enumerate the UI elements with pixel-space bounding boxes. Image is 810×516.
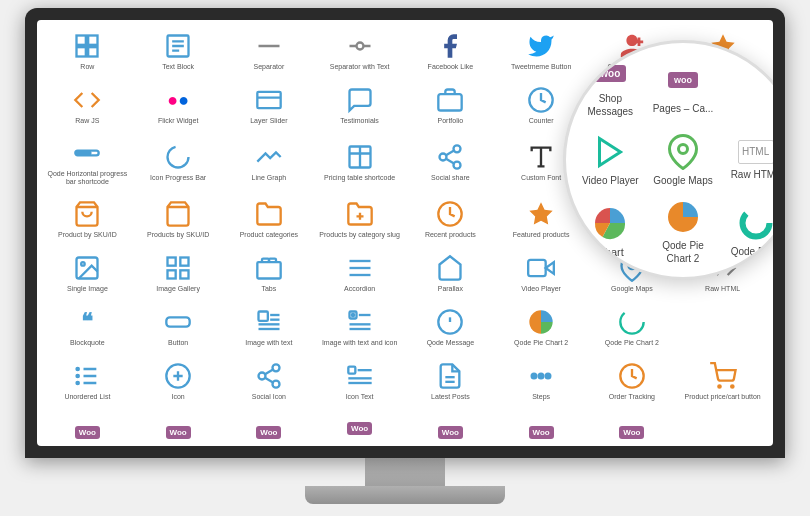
widget-separator[interactable]: Separator [225,26,314,78]
widget-facebook[interactable]: Facebook Like [406,26,495,78]
widget-label: Recent products [425,231,476,239]
widget-blockquote[interactable]: ❝ Blockquote [43,302,132,354]
widget-icon-el[interactable]: Icon [134,356,223,408]
widget-pie-chart-r6[interactable]: Qode Pie Chart 2 [497,302,586,354]
widget-steps[interactable]: Steps [497,356,586,408]
widget-products-sku[interactable]: Products by SKU/ID [134,194,223,246]
widget-layer-slider[interactable]: Layer Slider [225,80,314,132]
mag-google-maps[interactable]: Google Maps [649,128,718,193]
svg-point-100 [742,210,769,237]
svg-rect-1 [89,36,98,45]
widget-video-r5[interactable]: Video Player [497,248,586,300]
widget-product-cat[interactable]: Product categories [225,194,314,246]
widget-separator-text[interactable]: Separator with Text [315,26,404,78]
widget-label: Testimonials [340,117,379,125]
svg-rect-86 [348,367,355,374]
widget-unordered-list[interactable]: Unordered List [43,356,132,408]
widget-recent-products[interactable]: Recent products [406,194,495,246]
widget-label: Separator [254,63,285,71]
widget-parallax[interactable]: Parallax [406,248,495,300]
widget-label: Video Player [521,285,561,293]
mag-raw-html[interactable]: HTML Raw HTML [721,128,773,193]
svg-rect-58 [258,312,267,321]
svg-point-11 [356,43,363,50]
widget-portfolio[interactable]: Portfolio [406,80,495,132]
widget-accordion[interactable]: Accordion [315,248,404,300]
widget-label: Layer Slider [250,117,287,125]
widget-label: Social Icon [252,393,286,401]
mag-qode-pie-chart2[interactable]: Qode Pie Chart 2 [649,197,718,268]
widget-tabs[interactable]: Tabs [225,248,314,300]
widget-label: Blockquote [70,339,105,347]
mag-pages-ca[interactable]: woo Pages – Ca... [649,53,718,124]
widget-line-graph[interactable]: Line Graph [225,134,314,192]
svg-marker-54 [546,262,554,274]
widget-image-text-icon[interactable]: Image with text and icon [315,302,404,354]
widget-icon-progress[interactable]: Icon Progress Bar [134,134,223,192]
svg-rect-49 [168,270,176,278]
svg-rect-12 [257,92,280,108]
widget-flickr[interactable]: ●● Flickr Widget [134,80,223,132]
svg-point-82 [258,373,265,380]
svg-point-96 [718,385,720,387]
mag-video-player[interactable]: Video Player [576,128,645,193]
svg-point-97 [731,385,733,387]
widget-qode-message[interactable]: Qode Message [406,302,495,354]
widget-icon-text[interactable]: Icon Text [315,356,404,408]
widget-label: Social share [431,174,470,182]
widget-label: Text Block [162,63,194,71]
widget-order-tracking[interactable]: Order Tracking [588,356,677,408]
widget-page-checkout[interactable]: Woo Pages - Checkout [43,410,132,446]
widget-products-slug[interactable]: Products by category slug [315,194,404,246]
widget-social-share[interactable]: Social share [406,134,495,192]
widget-pie-chart-r6b[interactable]: Qode Pie Chart 2 [588,302,677,354]
widget-label: Raw HTML [705,285,740,293]
svg-point-93 [539,374,544,379]
widget-latest-posts[interactable]: Latest Posts [406,356,495,408]
svg-point-99 [678,144,687,153]
widget-label: Products by SKU/ID [147,231,209,239]
widget-label: Image Gallery [156,285,200,293]
widget-testimonials[interactable]: Testimonials [315,80,404,132]
widget-label: Product categories [240,231,298,239]
widget-label: Icon Progress Bar [150,174,206,182]
magnify-grid: woo Shop Messages woo Pages – Ca... [566,43,773,277]
monitor-stand-base [305,486,505,504]
widget-product-sku[interactable]: Product by SKU/ID [43,194,132,246]
widget-page-password[interactable]: Woo Pages - Change Password [315,410,404,446]
widget-label: Image with text and icon [322,339,398,347]
widget-image-text[interactable]: Image with text [225,302,314,354]
widget-social-icon[interactable]: Social Icon [225,356,314,408]
widget-page-order[interactable]: Woo Pages - View Order [406,410,495,446]
widget-label: Qode Pie Chart 2 [605,339,659,347]
mag-label: Pages – Ca... [653,102,714,115]
widget-label: Line Graph [252,174,287,182]
svg-point-64 [350,313,355,318]
widget-button[interactable]: Button [134,302,223,354]
widget-label: Steps [532,393,550,401]
widget-page-pay[interactable]: Woo Pages - Pay [497,410,586,446]
mag-label: Raw HTML [731,168,773,181]
widget-page-address[interactable]: Woo Pages - Edit Address [225,410,314,446]
widget-rawjs[interactable]: Raw JS [43,80,132,132]
widget-label: Google Maps [611,285,653,293]
svg-rect-2 [77,47,86,56]
widget-label: Separator with Text [330,63,390,71]
widget-single-image[interactable]: Single Image [43,248,132,300]
widget-page-account[interactable]: Woo Pages - My Account [134,410,223,446]
widget-label: Icon [172,393,185,401]
widget-text-block[interactable]: Text Block [134,26,223,78]
widget-pricing[interactable]: Pricing table shortcode [315,134,404,192]
svg-point-94 [546,374,551,379]
widget-empty3 [678,410,767,446]
widget-page-thanks[interactable]: Woo Pages - Thankyou [588,410,677,446]
widget-product-price[interactable]: Product price/cart button [678,356,767,408]
widget-row[interactable]: Row [43,26,132,78]
widget-progress-bar[interactable]: Qode Horizontal progress bar shortcode [43,134,132,192]
widget-twitter[interactable]: Tweetmeme Button [497,26,586,78]
widget-image-gallery[interactable]: Image Gallery [134,248,223,300]
widget-label: Unordered List [64,393,110,401]
svg-rect-46 [168,258,176,266]
svg-point-30 [454,162,461,169]
svg-line-31 [446,159,454,164]
